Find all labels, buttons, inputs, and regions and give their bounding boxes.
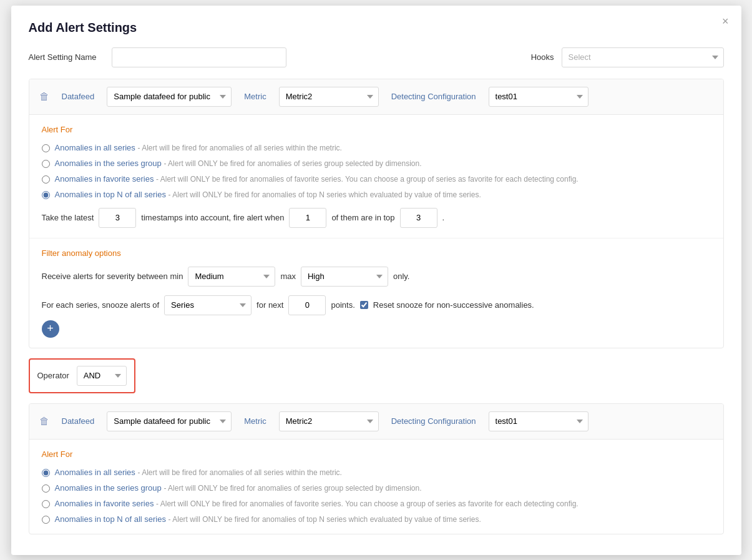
hooks-label: Hooks — [531, 52, 554, 62]
detecting-label-1: Detecting Configuration — [391, 92, 476, 101]
fire-row: Take the latest timestamps into account,… — [42, 208, 711, 228]
next-value-input[interactable] — [288, 295, 326, 315]
radio-desc-2-3: - Alert will ONLY be fired for anomalies… — [156, 499, 579, 508]
operator-select[interactable]: AND OR — [77, 366, 127, 386]
filter-section-1: Filter anomaly options Receive alerts fo… — [29, 238, 723, 348]
card-2-header: 🗑 Datafeed Sample datafeed for public Me… — [29, 404, 723, 440]
for-next-label: for next — [256, 300, 283, 310]
radio-label-1-3[interactable]: Anomalies in favorite series - Alert wil… — [55, 174, 579, 184]
fire-value-input[interactable] — [289, 208, 326, 228]
severity-label: Receive alerts for severity between min — [42, 272, 183, 281]
radio-text-2-3: Anomalies in favorite series — [55, 499, 154, 508]
radio-all-series-1[interactable] — [42, 144, 50, 152]
metric-label-1: Metric — [244, 92, 266, 101]
hooks-section: Hooks Select — [531, 47, 724, 67]
radio-desc-2-4: - Alert will ONLY be fired for anomalies… — [168, 515, 481, 524]
snooze-select[interactable]: Series Metric All — [164, 295, 251, 315]
reset-label: Reset snooze for non-successive anomalie… — [373, 300, 534, 310]
radio-series-group-1[interactable] — [42, 160, 50, 168]
metric-select-1[interactable]: Metric2 — [279, 87, 379, 107]
radio-label-1-1[interactable]: Anomalies in all series - Alert will be … — [55, 143, 342, 152]
datafeed-select-1[interactable]: Sample datafeed for public — [107, 87, 232, 107]
radio-label-2-3[interactable]: Anomalies in favorite series - Alert wil… — [55, 499, 579, 508]
radio-favorite-series-2[interactable] — [42, 500, 50, 508]
snooze-label: For each series, snooze alerts of — [42, 300, 160, 310]
radio-item-1-4: Anomalies in top N of all series - Alert… — [42, 190, 711, 199]
radio-text-1-3: Anomalies in favorite series — [55, 174, 154, 184]
radio-group-2: Anomalies in all series - Alert will be … — [42, 468, 711, 524]
datafeed-label-2: Datafeed — [62, 416, 95, 426]
detecting-select-2[interactable]: test01 — [489, 411, 588, 431]
alert-card-2: 🗑 Datafeed Sample datafeed for public Me… — [29, 403, 724, 534]
detecting-label-2: Detecting Configuration — [391, 416, 476, 426]
radio-item-2-1: Anomalies in all series - Alert will be … — [42, 468, 711, 477]
radio-top-n-1[interactable] — [42, 191, 50, 199]
max-label: max — [280, 272, 296, 281]
radio-desc-2-2: - Alert will ONLY be fired for anomalies… — [164, 484, 421, 493]
severity-min-select[interactable]: Medium Low High Critical — [188, 267, 275, 287]
radio-item-1-2: Anomalies in the series group - Alert wi… — [42, 159, 711, 168]
radio-text-2-1: Anomalies in all series — [55, 468, 135, 477]
modal-title: Add Alert Settings — [29, 21, 724, 35]
latest-value-input[interactable] — [99, 208, 136, 228]
operator-row: Operator AND OR — [29, 358, 135, 393]
metric-select-2[interactable]: Metric2 — [279, 411, 379, 431]
close-button[interactable]: × — [722, 16, 729, 27]
radio-desc-1-3: - Alert will ONLY be fired for anomalies… — [156, 175, 579, 184]
card-1-body: Alert For Anomalies in all series - Aler… — [29, 115, 723, 238]
alert-card-1: 🗑 Datafeed Sample datafeed for public Me… — [29, 79, 724, 348]
radio-label-1-4[interactable]: Anomalies in top N of all series - Alert… — [55, 190, 481, 199]
severity-row: Receive alerts for severity between min … — [42, 267, 711, 287]
radio-top-n-2[interactable] — [42, 516, 50, 524]
radio-item-2-4: Anomalies in top N of all series - Alert… — [42, 514, 711, 524]
in-top-label: of them are in top — [331, 213, 394, 222]
radio-text-2-4: Anomalies in top N of all series — [55, 514, 166, 524]
radio-all-series-2[interactable] — [42, 469, 50, 477]
reset-snooze-checkbox[interactable] — [360, 301, 368, 309]
radio-text-2-2: Anomalies in the series group — [55, 483, 162, 493]
alert-name-label: Alert Setting Name — [29, 52, 97, 62]
radio-favorite-series-1[interactable] — [42, 175, 50, 184]
radio-text-1-1: Anomalies in all series — [55, 143, 135, 152]
hooks-select[interactable]: Select — [562, 47, 724, 67]
radio-item-1-1: Anomalies in all series - Alert will be … — [42, 143, 711, 152]
radio-label-1-2[interactable]: Anomalies in the series group - Alert wi… — [55, 159, 422, 168]
dot-label: . — [442, 213, 445, 222]
datafeed-label-1: Datafeed — [62, 92, 95, 101]
card-1-header: 🗑 Datafeed Sample datafeed for public Me… — [29, 79, 723, 115]
only-label: only. — [393, 272, 410, 281]
radio-desc-2-1: - Alert will be fired for anomalies of a… — [137, 468, 341, 477]
radio-label-2-4[interactable]: Anomalies in top N of all series - Alert… — [55, 514, 481, 524]
radio-label-2-2[interactable]: Anomalies in the series group - Alert wi… — [55, 483, 422, 493]
radio-label-2-1[interactable]: Anomalies in all series - Alert will be … — [55, 468, 342, 477]
severity-max-select[interactable]: High Medium Critical — [301, 267, 388, 287]
snooze-row: For each series, snooze alerts of Series… — [42, 295, 711, 315]
top-value-input[interactable] — [400, 208, 437, 228]
radio-group-1: Anomalies in all series - Alert will be … — [42, 143, 711, 199]
filter-title-1: Filter anomaly options — [42, 248, 711, 258]
datafeed-select-2[interactable]: Sample datafeed for public — [107, 411, 232, 431]
alert-for-title-2: Alert For — [42, 449, 711, 459]
trash-icon-2[interactable]: 🗑 — [39, 416, 49, 427]
operator-label: Operator — [37, 371, 69, 380]
radio-item-2-2: Anomalies in the series group - Alert wi… — [42, 483, 711, 493]
radio-text-1-2: Anomalies in the series group — [55, 159, 162, 168]
radio-desc-1-4: - Alert will ONLY be fired for anomalies… — [168, 190, 481, 199]
add-filter-button[interactable]: + — [42, 320, 59, 338]
radio-item-2-3: Anomalies in favorite series - Alert wil… — [42, 499, 711, 508]
take-latest-label: Take the latest — [42, 213, 94, 222]
trash-icon-1[interactable]: 🗑 — [39, 91, 49, 102]
points-label: points. — [331, 300, 354, 310]
radio-desc-1-2: - Alert will ONLY be fired for anomalies… — [164, 159, 421, 168]
card-2-body: Alert For Anomalies in all series - Aler… — [29, 440, 723, 534]
top-row: Alert Setting Name Hooks Select — [29, 47, 724, 67]
radio-item-1-3: Anomalies in favorite series - Alert wil… — [42, 174, 711, 184]
timestamps-label: timestamps into account, fire alert when — [141, 213, 284, 222]
radio-series-group-2[interactable] — [42, 484, 50, 493]
radio-desc-1-1: - Alert will be fired for anomalies of a… — [137, 144, 341, 152]
alert-name-input[interactable] — [112, 47, 286, 67]
detecting-select-1[interactable]: test01 — [489, 87, 588, 107]
metric-label-2: Metric — [244, 416, 266, 426]
radio-text-1-4: Anomalies in top N of all series — [55, 190, 166, 199]
modal: Add Alert Settings × Alert Setting Name … — [11, 6, 741, 555]
